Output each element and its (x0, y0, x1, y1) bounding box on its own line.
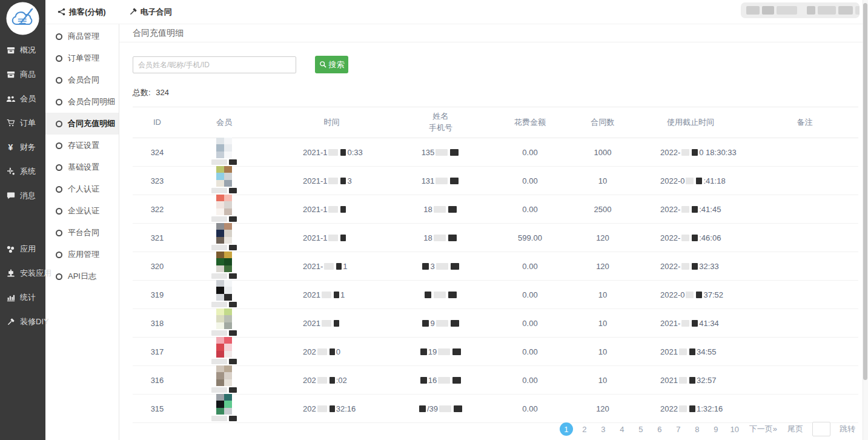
avatar-pixel (224, 365, 232, 372)
cell-member[interactable] (182, 310, 267, 336)
cell-member[interactable] (182, 196, 267, 222)
sidebar-item-orders[interactable]: 订单 (0, 111, 45, 135)
submenu-item-9[interactable]: 平台合同 (45, 222, 119, 244)
submenu-item-2[interactable]: 会员合同 (45, 69, 119, 91)
deadline-text: 2021 (660, 376, 678, 385)
page-button-10[interactable]: 10 (727, 422, 742, 436)
cell-member[interactable] (182, 168, 267, 193)
page-button-9[interactable]: 9 (709, 422, 723, 436)
time-text: 1 (343, 262, 347, 271)
submenu-item-label: 商品管理 (68, 31, 99, 42)
page-button-4[interactable]: 4 (615, 422, 629, 436)
sidebar-item-members[interactable]: 会员 (0, 87, 45, 111)
page-button-5[interactable]: 5 (634, 422, 648, 436)
redacted-block (336, 263, 342, 270)
search-button[interactable]: 搜索 (315, 56, 348, 73)
cell-member[interactable] (182, 225, 267, 250)
redacted-block (452, 377, 461, 384)
jump-page-input[interactable] (812, 422, 830, 436)
page-button-6[interactable]: 6 (652, 422, 667, 436)
jump-button[interactable]: 跳转 (837, 424, 858, 435)
circle-bullet-icon (56, 55, 62, 62)
avatar-pixel (216, 287, 224, 293)
system-icon (5, 167, 16, 176)
redacted-block (211, 359, 227, 364)
submenu-item-3[interactable]: 会员合同明细 (45, 91, 119, 113)
app-logo[interactable] (5, 1, 40, 36)
cell-member[interactable] (182, 139, 267, 165)
cell-amount: 0.00 (485, 290, 575, 299)
cell-member[interactable] (182, 367, 267, 393)
cell-member[interactable] (182, 253, 267, 279)
redacted-block (689, 405, 695, 412)
cell-member[interactable] (182, 396, 267, 421)
submenu-item-5[interactable]: 存证设置 (45, 135, 119, 156)
cell-member[interactable] (182, 339, 267, 364)
vertical-scrollbar[interactable] (863, 0, 868, 440)
avatar-pixel (224, 258, 232, 265)
redacted-block (451, 263, 459, 270)
sidebar-item-label: 安装应用 (20, 268, 51, 279)
submenu-item-4[interactable]: 合同充值明细 (45, 113, 119, 135)
cell-name-phone: 18 (397, 205, 485, 214)
sidebar-item-apps[interactable]: 应用 (0, 237, 45, 261)
search-input[interactable] (133, 56, 296, 73)
submenu-item-label: 基础设置 (68, 162, 99, 173)
cell-amount: 0.00 (485, 404, 575, 413)
submenu-item-7[interactable]: 个人认证 (45, 178, 119, 200)
scrollbar-thumb[interactable] (863, 3, 867, 380)
submenu-item-10[interactable]: 应用管理 (45, 244, 119, 265)
install-icon (5, 269, 16, 278)
cell-time: 20232:16 (267, 404, 397, 413)
avatar-pixel (216, 265, 224, 272)
submenu-item-0[interactable]: 商品管理 (45, 25, 119, 47)
member-avatar (216, 308, 232, 329)
cell-amount: 0.00 (485, 319, 575, 328)
time-text: 2021-1 (303, 205, 327, 214)
redacted-block (211, 416, 227, 421)
sidebar-item-stats[interactable]: 统计 (0, 285, 45, 310)
time-text: 2021 (303, 290, 320, 299)
total-label: 总数: (133, 88, 151, 97)
sidebar-item-message[interactable]: 消息 (0, 184, 45, 208)
redacted-block (317, 348, 327, 355)
avatar-pixel (216, 365, 224, 372)
user-account-area-redacted[interactable] (741, 2, 860, 18)
topbar-tab-dianzihetong[interactable]: 电子合同 (129, 7, 172, 18)
time-text: 0 (336, 347, 340, 356)
next-page-button[interactable]: 下一页» (746, 424, 780, 435)
submenu-item-1[interactable]: 订单管理 (45, 47, 119, 69)
cell-member[interactable] (182, 282, 267, 307)
avatar-pixel (216, 201, 224, 208)
sidebar-item-finance[interactable]: ¥财务 (0, 135, 45, 159)
page-button-2[interactable]: 2 (577, 422, 592, 436)
primary-sidebar: 概况商品会员订单¥财务系统消息应用安装应用统计装修DIY (0, 0, 45, 440)
redacted-block (211, 216, 227, 222)
last-page-button[interactable]: 尾页 (784, 424, 806, 435)
phone-text: 135 (422, 148, 435, 157)
sidebar-item-goods[interactable]: 商品 (0, 62, 45, 87)
cell-time: 20211 (267, 290, 397, 299)
page-button-7[interactable]: 7 (671, 422, 686, 436)
sidebar-item-system[interactable]: 系统 (0, 159, 45, 184)
cell-time: 2021 (267, 319, 397, 328)
submenu-item-11[interactable]: API日志 (45, 265, 119, 287)
redacted-block (450, 178, 459, 184)
header-label: 时间 (267, 117, 397, 128)
phone-text: 9 (430, 319, 434, 328)
sidebar-item-install[interactable]: 安装应用 (0, 261, 45, 285)
redacted-block (211, 330, 227, 336)
time-text: 1 (340, 290, 345, 299)
cell-time: 2021-1 (267, 233, 397, 242)
submenu-item-6[interactable]: 基础设置 (45, 156, 119, 178)
sidebar-item-diy[interactable]: 装修DIY (0, 310, 45, 334)
page-button-3[interactable]: 3 (596, 422, 611, 436)
submenu-item-8[interactable]: 企业认证 (45, 200, 119, 222)
page-button-1[interactable]: 1 (560, 422, 573, 436)
page-title-bar: 合同充值明细 (119, 24, 868, 42)
redacted-block (322, 320, 331, 327)
page-button-8[interactable]: 8 (690, 422, 704, 436)
topbar-tab-tuike[interactable]: 推客(分销) (58, 7, 106, 18)
sidebar-item-overview[interactable]: 概况 (0, 38, 45, 62)
cell-time: 2021-1 (267, 262, 397, 271)
